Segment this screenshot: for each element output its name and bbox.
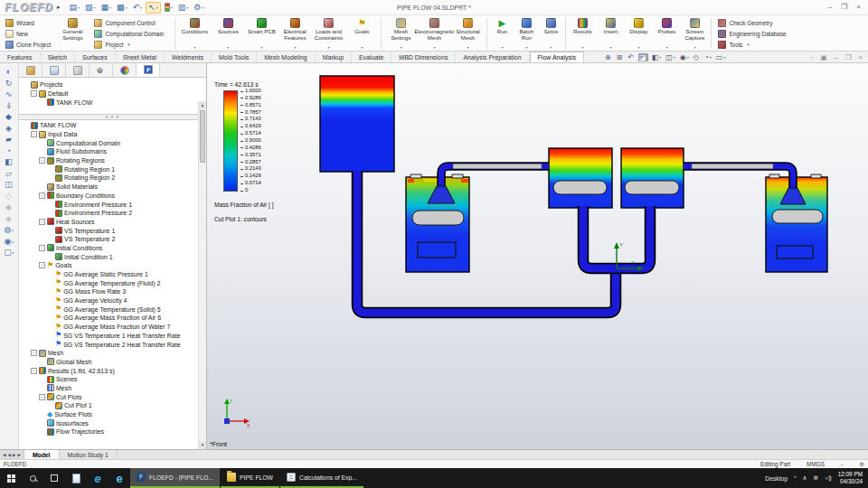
ribbon-button[interactable]: Conditions ▾ [178, 16, 211, 51]
tree-row[interactable]: Fluid Subdomains [23, 147, 197, 156]
command-tab[interactable]: Mesh Modeling [257, 52, 315, 62]
ribbon-small-button[interactable]: New [4, 30, 52, 38]
start-button[interactable] [0, 468, 22, 488]
model-tab[interactable]: Model [24, 450, 60, 459]
tree-row[interactable]: VS Temperature 2 [23, 235, 197, 244]
side-tool-icon[interactable]: ▰ [5, 136, 13, 144]
status-dash[interactable]: - [841, 461, 843, 467]
tree-row[interactable]: Scenes [23, 375, 197, 384]
internal-rod[interactable] [625, 181, 679, 194]
ribbon-button[interactable]: Batch Run ▾ [514, 16, 538, 51]
side-tool-icon[interactable]: ▱ [5, 170, 13, 178]
tree-row[interactable]: ⚑ GG Average Mass Fraction of Water 7 [23, 323, 197, 332]
tree-row[interactable]: Environment Pressure 2 [23, 209, 197, 218]
command-tab[interactable]: MBD Dimensions [392, 52, 456, 62]
tree-expander[interactable]: - [31, 368, 37, 374]
side-tool-icon[interactable]: ↻ [5, 80, 14, 88]
doc-window-control-icon[interactable]: ❐ [845, 53, 852, 61]
ribbon-button[interactable]: Insert ▾ [597, 16, 624, 51]
panel-splitter[interactable]: • • • [19, 114, 206, 120]
tree-row[interactable]: - Input Data [23, 130, 197, 139]
ribbon-button[interactable]: Solve ▾ [539, 16, 562, 51]
taskbar-app-button[interactable]: FLOEFD - [PIPE FLO... [130, 468, 220, 488]
table-icon[interactable]: ▥ ▾ [176, 3, 191, 13]
tree-expander[interactable]: - [31, 90, 37, 97]
show-hidden-icons[interactable]: ∧ [802, 474, 807, 482]
undo-icon[interactable]: ↶ ▾ [131, 3, 145, 13]
tab-nav-arrow-icon[interactable]: ◀ [7, 453, 10, 457]
tree-row[interactable]: Environment Pressure 1 [23, 200, 197, 209]
side-tool-icon[interactable]: ⇓ [5, 102, 14, 110]
ribbon-small-button[interactable]: Project ▾ [92, 41, 170, 49]
side-tool-icon[interactable]: ◔ [6, 147, 12, 155]
command-tab[interactable]: Flow Analysis [530, 52, 584, 62]
scroll-up-icon[interactable]: ▲ [199, 101, 206, 109]
command-tab[interactable]: Features [0, 52, 41, 62]
pinned-ie[interactable]: e [108, 468, 130, 488]
select-icon[interactable]: ↖ ▾ [146, 2, 161, 14]
tree-row[interactable]: ⚑ GG Average Mass Fraction of Air 6 [23, 314, 197, 323]
open-icon[interactable]: ▧ ▾ [83, 3, 98, 13]
taskbar-app-button[interactable]: Calculations of Exp... [280, 468, 363, 488]
ribbon-button[interactable]: ▶ Run ▾ [490, 16, 514, 51]
tab-nav-arrow-icon[interactable]: ▶ [17, 453, 20, 457]
menu-expand-arrow-icon[interactable]: ▸ [57, 4, 61, 11]
ribbon-button[interactable]: Smart PCB ▾ [245, 16, 278, 51]
tree-row[interactable]: Cut Plot 1 [23, 401, 197, 410]
doc-window-control-icon[interactable]: ▫ [811, 53, 814, 61]
print-icon[interactable]: ▩ ▾ [115, 3, 129, 13]
tree-row[interactable]: TANK FLOW [23, 98, 206, 107]
command-tab[interactable]: Weldments [165, 52, 212, 62]
tree-expander[interactable]: - [31, 350, 37, 356]
side-tool-icon[interactable]: ◉ ▸ [5, 238, 14, 246]
side-tool-icon[interactable]: ◆ [5, 203, 13, 211]
tree-row[interactable]: - Boundary Conditions [23, 192, 197, 201]
scroll-down-icon[interactable]: ▼ [199, 441, 206, 449]
pinned-edge[interactable]: e [87, 468, 108, 488]
tree-row[interactable]: Projects [23, 80, 206, 89]
supply-tank[interactable] [320, 76, 394, 172]
traffic-light-icon[interactable]: ▾ [163, 2, 175, 13]
side-tool-icon[interactable]: ◍ ▸ [5, 226, 14, 234]
side-tool-icon[interactable]: ◐ [6, 68, 12, 76]
ribbon-button[interactable]: Structural Mesh ▾ [451, 16, 484, 51]
side-tool-icon[interactable]: ◇ [5, 192, 13, 201]
tab-nav-arrow-icon[interactable]: ◀ [3, 453, 5, 457]
tree-row[interactable]: Computational Domain [23, 138, 197, 147]
propertymanager-tab[interactable] [42, 63, 66, 77]
ribbon-small-button[interactable]: Tools ▾ [716, 41, 792, 49]
tree-row[interactable]: Flow Trajectories [23, 427, 197, 436]
tree-expander[interactable]: - [31, 131, 37, 137]
tree-expander[interactable]: - [39, 219, 45, 225]
tree-expander[interactable]: - [39, 157, 45, 164]
tree-row[interactable]: Mesh [23, 384, 197, 393]
view-tool-icon[interactable]: ▭ ▾ [715, 53, 727, 61]
ribbon-button[interactable]: Probes ▾ [653, 16, 680, 51]
tree-row[interactable]: - Cut Plots [23, 392, 197, 401]
help-globe-icon[interactable]: ⊕ [859, 461, 864, 468]
network-icon[interactable]: ⊕ [813, 474, 818, 482]
ribbon-button[interactable]: Display ▾ [625, 16, 652, 51]
window-control-icon[interactable]: ❐ [841, 3, 847, 12]
tree-row[interactable]: - Rotating Regions [23, 156, 197, 165]
tree-expander[interactable]: - [39, 192, 45, 199]
view-tool-icon[interactable]: ◔ ▾ [703, 53, 712, 61]
command-tab[interactable]: Evaluate [352, 52, 392, 62]
tree-row[interactable]: ⚑ GG Average Temperature (Fluid) 2 [23, 278, 197, 287]
task-view-button[interactable] [43, 468, 65, 488]
pinned-notepad[interactable] [65, 468, 87, 488]
doc-window-control-icon[interactable]: – [835, 53, 838, 61]
options-gear-icon[interactable]: ⚙ ▾ [192, 3, 205, 13]
tree-row[interactable]: ⚑ GG Average Static Pressure 1 [23, 270, 197, 279]
view-tool-icon[interactable]: ◧ ▾ [651, 53, 663, 61]
internal-rod[interactable] [553, 181, 607, 194]
volume-icon[interactable]: ◁) [825, 474, 832, 482]
tree-row[interactable]: Rotating Region 2 [23, 174, 197, 183]
view-tool-icon[interactable]: ↶ [627, 53, 636, 61]
tree-row[interactable]: Isosurfaces [23, 418, 197, 427]
side-tool-icon[interactable]: ◈ [5, 215, 13, 223]
view-tool-icon[interactable]: ◉ ▾ [679, 53, 690, 61]
scroll-thumb[interactable] [200, 110, 205, 163]
tree-expander[interactable]: - [39, 245, 45, 251]
ribbon-button[interactable]: ⚑ Goals ▾ [345, 16, 378, 51]
